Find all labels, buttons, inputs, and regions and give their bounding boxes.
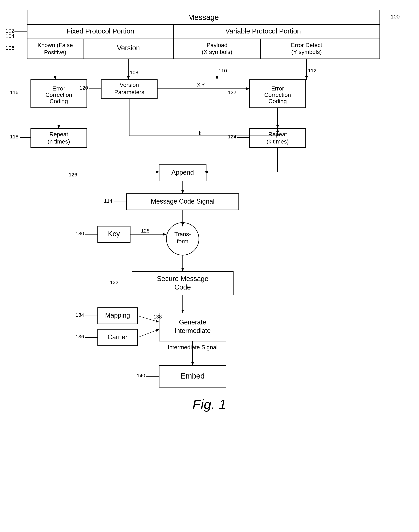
- svg-text:Message Code Signal: Message Code Signal: [151, 198, 214, 205]
- svg-text:Repeat: Repeat: [268, 131, 287, 137]
- svg-text:100: 100: [391, 14, 400, 20]
- svg-text:124: 124: [228, 134, 236, 139]
- svg-text:130: 130: [76, 231, 84, 236]
- svg-text:Code: Code: [174, 283, 191, 291]
- svg-text:Mapping: Mapping: [105, 312, 130, 319]
- svg-text:134: 134: [76, 312, 84, 318]
- svg-text:Embed: Embed: [181, 372, 205, 380]
- svg-text:138: 138: [153, 314, 162, 320]
- svg-text:Secure Message: Secure Message: [157, 275, 208, 283]
- svg-text:Error: Error: [52, 85, 65, 92]
- svg-text:120: 120: [79, 85, 88, 91]
- svg-text:Intermediate: Intermediate: [174, 327, 211, 334]
- svg-text:Generate: Generate: [179, 318, 206, 326]
- svg-text:(k times): (k times): [267, 138, 289, 145]
- svg-text:Error: Error: [271, 85, 284, 92]
- svg-text:(X symbols): (X symbols): [202, 49, 232, 55]
- svg-text:Payload: Payload: [207, 42, 227, 48]
- svg-text:128: 128: [141, 228, 150, 234]
- svg-text:Message: Message: [188, 13, 219, 22]
- svg-line-107: [137, 329, 159, 338]
- svg-text:Variable Protocol Portion: Variable Protocol Portion: [225, 27, 301, 35]
- svg-text:Correction: Correction: [264, 92, 291, 98]
- svg-text:110: 110: [218, 68, 227, 73]
- svg-text:Version: Version: [117, 44, 140, 52]
- svg-text:Error Detect: Error Detect: [291, 42, 322, 48]
- svg-text:Known (False: Known (False: [38, 42, 73, 48]
- svg-text:116: 116: [10, 90, 18, 95]
- svg-text:Parameters: Parameters: [114, 89, 144, 95]
- svg-text:106: 106: [5, 45, 14, 51]
- svg-text:102: 102: [5, 28, 14, 34]
- svg-text:form: form: [177, 238, 188, 245]
- svg-text:Version: Version: [120, 82, 139, 88]
- svg-text:108: 108: [130, 70, 138, 75]
- svg-text:(Y symbols): (Y symbols): [291, 49, 322, 55]
- svg-text:Coding: Coding: [50, 98, 68, 104]
- svg-text:118: 118: [10, 134, 18, 139]
- svg-text:Coding: Coding: [268, 98, 287, 104]
- svg-text:Repeat: Repeat: [49, 131, 68, 137]
- svg-text:Fig. 1: Fig. 1: [192, 397, 226, 412]
- svg-text:Key: Key: [108, 230, 120, 238]
- svg-text:Trans-: Trans-: [174, 231, 191, 237]
- svg-text:126: 126: [69, 172, 77, 177]
- diagram-container: Message 100 Fixed Protocol Portion Varia…: [0, 0, 419, 532]
- svg-text:132: 132: [110, 280, 118, 285]
- svg-text:k: k: [199, 130, 201, 136]
- svg-text:140: 140: [137, 373, 145, 378]
- svg-text:136: 136: [76, 334, 84, 340]
- svg-text:Append: Append: [171, 169, 194, 176]
- svg-text:112: 112: [308, 68, 316, 73]
- svg-text:Carrier: Carrier: [108, 333, 128, 341]
- svg-text:(n times): (n times): [48, 138, 70, 145]
- svg-text:114: 114: [104, 198, 113, 204]
- svg-text:122: 122: [228, 90, 236, 95]
- svg-text:Fixed Protocol Portion: Fixed Protocol Portion: [66, 27, 134, 35]
- svg-text:Correction: Correction: [45, 92, 72, 98]
- svg-text:X,Y: X,Y: [197, 82, 205, 88]
- svg-text:104: 104: [5, 33, 14, 39]
- svg-text:Positive): Positive): [44, 49, 66, 55]
